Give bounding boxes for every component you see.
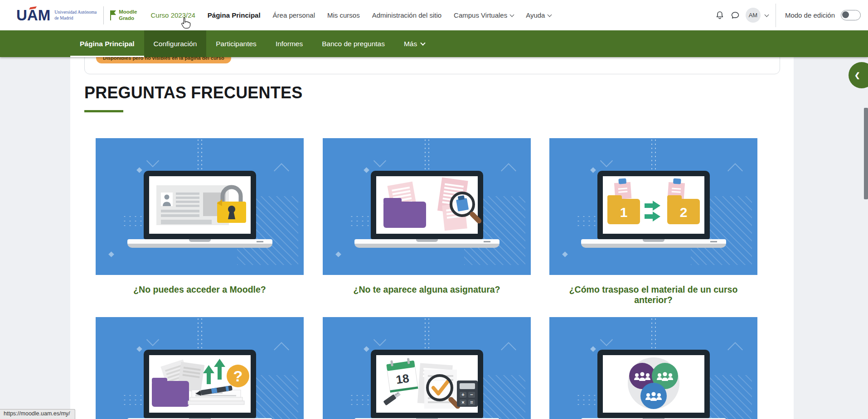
moodle-logo-text: Moodle Grado <box>119 9 137 21</box>
faq-card-image-link[interactable]: 18 <box>323 317 531 419</box>
nav-pagina-principal[interactable]: Página Principal <box>208 11 261 19</box>
svg-text:18: 18 <box>395 371 410 387</box>
right-gutter <box>794 57 868 419</box>
svg-text:1: 1 <box>620 205 627 220</box>
laptop-illustration: 1 2 <box>581 171 726 248</box>
svg-text:+: + <box>461 392 464 397</box>
art-upload-question: ? <box>149 355 251 413</box>
chat-bubble-icon <box>730 10 740 20</box>
title-underline <box>84 110 123 112</box>
chevron-down-icon <box>548 12 552 17</box>
art-folder-transfer: 1 2 <box>603 176 704 234</box>
course-tab-banco-de-preguntas[interactable]: Banco de preguntas <box>312 30 394 57</box>
faq-card-image-link[interactable]: 1 2 <box>549 138 757 275</box>
art-folder-magnifier <box>376 176 478 234</box>
laptop-illustration: ? <box>127 350 272 419</box>
course-tab-pagina-principal[interactable]: Página Principal <box>70 30 144 57</box>
site-header: UAM Universidad Autónoma de Madrid Moodl… <box>0 0 868 30</box>
faq-card-dates: 18 <box>323 317 531 419</box>
faq-card-groups <box>549 317 757 419</box>
browser-status-url: https://moodle.uam.es/my/ <box>0 409 75 419</box>
edit-mode-toggle[interactable] <box>841 10 861 20</box>
course-nav: Página Principal Configuración Participa… <box>0 30 868 57</box>
user-avatar[interactable]: AM <box>746 8 761 23</box>
nav-area-personal[interactable]: Área personal <box>273 11 315 19</box>
faq-card-access: ¿No puedes acceder a Moodle? <box>96 138 304 295</box>
left-gutter <box>0 57 70 419</box>
nav-ayuda[interactable]: Ayuda <box>526 11 551 19</box>
laptop-illustration <box>581 350 726 419</box>
course-tab-informes[interactable]: Informes <box>266 30 312 57</box>
uam-logo[interactable]: UAM Universidad Autónoma de Madrid <box>16 8 97 23</box>
edit-mode-label: Modo de edición <box>785 11 835 19</box>
laptop-illustration <box>354 171 499 248</box>
laptop-illustration: 18 <box>354 350 499 419</box>
nav-mis-cursos[interactable]: Mis cursos <box>327 11 360 19</box>
pennant-icon <box>110 10 116 21</box>
faq-card-missing-course: ¿No te aparece alguna asignatura? <box>323 138 531 295</box>
svg-text:−: − <box>470 392 473 397</box>
nav-curso-2023-24[interactable]: Curso 2023/24 <box>150 11 195 19</box>
art-user-groups <box>603 355 704 413</box>
chevron-down-icon <box>510 12 514 17</box>
nav-administracion-del-sitio[interactable]: Administración del sitio <box>372 11 441 19</box>
notifications-button[interactable] <box>712 10 727 20</box>
primary-nav: Curso 2023/24 Página Principal Área pers… <box>150 11 551 19</box>
course-tab-participantes[interactable]: Participantes <box>206 30 266 57</box>
messages-button[interactable] <box>727 10 743 20</box>
course-tab-configuracion[interactable]: Configuración <box>144 30 207 57</box>
chevron-down-icon <box>421 40 426 45</box>
logo-divider <box>103 6 104 24</box>
svg-text:2: 2 <box>679 205 687 220</box>
art-login-padlock <box>149 176 251 234</box>
faq-card-title[interactable]: ¿No te aparece alguna asignatura? <box>323 284 531 295</box>
art-calendar-review: 18 <box>376 355 478 413</box>
svg-text:=: = <box>470 400 473 405</box>
bell-icon <box>715 10 725 20</box>
page-title: PREGUNTAS FRECUENTES <box>84 83 302 102</box>
uam-logo-subtitle: Universidad Autónoma de Madrid <box>54 10 97 21</box>
faq-card-image-link[interactable] <box>323 138 531 275</box>
faq-card-image-link[interactable] <box>549 317 757 419</box>
svg-text:×: × <box>461 400 464 405</box>
laptop-illustration <box>127 171 272 248</box>
faq-card-transfer-material: 1 2 ¿Cómo traspaso el material de un cur… <box>549 138 757 305</box>
vertical-scrollbar-thumb[interactable] <box>864 108 868 199</box>
edit-mode-control: Modo de edición <box>785 10 861 20</box>
header-divider <box>776 4 776 27</box>
faq-card-title[interactable]: ¿No puedes acceder a Moodle? <box>96 284 304 295</box>
header-actions: AM Modo de edición <box>712 4 861 27</box>
svg-text:?: ? <box>233 367 242 385</box>
faq-card-image-link[interactable]: ? <box>96 317 304 419</box>
nav-campus-virtuales[interactable]: Campus Virtuales <box>454 11 514 19</box>
user-menu-chevron-icon[interactable] <box>764 12 769 17</box>
moodle-grado-logo[interactable]: Moodle Grado <box>110 9 137 21</box>
faq-card-upload: ? <box>96 317 304 419</box>
uam-logo-acronym: UAM <box>16 8 50 23</box>
faq-card-title[interactable]: ¿Cómo traspaso el material de un curso a… <box>549 284 757 305</box>
course-tab-mas[interactable]: Más <box>394 30 434 57</box>
faq-card-image-link[interactable] <box>96 138 304 275</box>
